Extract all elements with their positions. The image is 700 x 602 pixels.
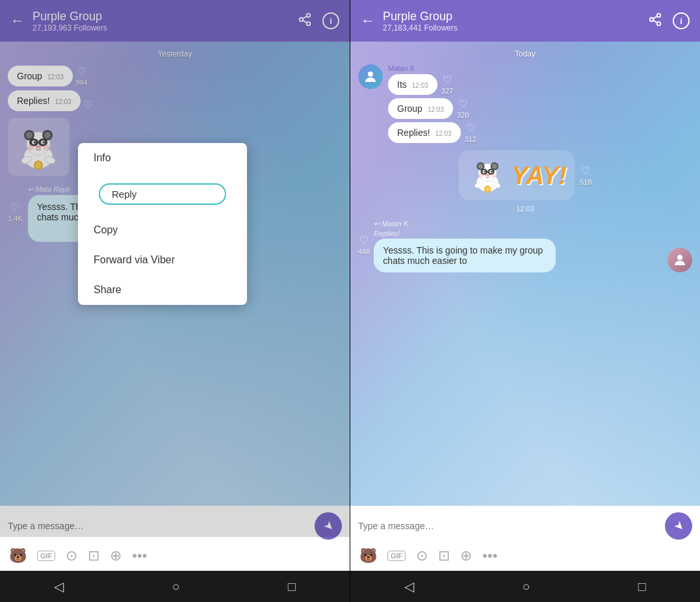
right-sender-name: Matan K [388,64,476,72]
svg-point-26 [657,21,661,25]
right-navbar: ◁ ○ □ [350,571,700,602]
right-like-4: 518 [580,178,591,186]
right-msg-its-likes: ♡ 327 [441,73,453,95]
right-sender-row: Matan K Its 12:03 ♡ 327 Group [358,64,692,143]
right-yay-sticker: YAY! [459,150,575,200]
right-mic-button[interactable]: ⊕ [460,547,472,564]
left-toolbar: 🐻 GIF ⊙ ⊡ ⊕ ••• [8,545,342,567]
right-heart-4[interactable]: ♡ [581,164,590,177]
left-camera-button[interactable]: ⊙ [66,547,77,564]
right-like-1: 327 [441,87,453,95]
right-camera-button[interactable]: ⊙ [416,547,428,564]
left-more-button[interactable]: ••• [132,547,147,564]
right-like-3: 312 [465,135,476,143]
right-msg-its-time: 12:03 [412,82,428,89]
right-followers-count: 27,183,441 Followers [383,23,640,33]
svg-point-43 [479,173,484,178]
right-msg-replies-time: 12:03 [435,130,452,137]
svg-point-49 [677,255,682,260]
svg-point-34 [478,164,483,169]
right-msg-replies-bubble: Replies! 12:03 [388,122,461,143]
context-info-item[interactable]: Info [78,143,247,173]
right-sticker-likes: ♡ 518 [580,164,591,186]
right-toolbar: 🐻 GIF ⊙ ⊡ ⊕ ••• [358,545,692,567]
right-msg-its-row: Its 12:03 ♡ 327 [388,73,476,95]
context-copy-item[interactable]: Copy [78,215,247,245]
right-info-icon[interactable]: i [673,12,690,29]
right-msg-replies-text: Replies! [397,127,430,138]
right-msg-group-bubble: Group 12:03 [388,98,453,119]
right-heart-2[interactable]: ♡ [458,98,467,110]
right-nav-home[interactable]: ○ [522,579,530,594]
left-nav-home[interactable]: ○ [172,579,179,594]
right-input-area: ➤ 🐻 GIF ⊙ ⊡ ⊕ ••• [350,506,700,571]
right-header-icons: i [648,12,690,30]
context-reply-item[interactable]: Reply [99,183,226,205]
svg-point-48 [485,187,490,192]
right-heart-3[interactable]: ♡ [466,122,475,134]
svg-point-24 [657,13,661,17]
svg-line-27 [653,20,657,23]
left-context-menu: Info Reply Copy Forward via Viber Share [78,143,247,305]
left-emoji-button[interactable]: 🐻 [9,547,27,564]
right-more-button[interactable]: ••• [482,547,497,564]
right-msg-replies-likes: ♡ 312 [465,122,476,143]
right-header: ← Purple Group 27,183,441 Followers i [350,0,700,42]
right-msg-group-time: 12:03 [428,106,444,113]
left-navbar: ◁ ○ □ [0,571,350,602]
right-input-row: ➤ [358,512,692,540]
right-heart-1[interactable]: ♡ [443,73,452,86]
right-yay-text: YAY! [512,163,567,188]
context-share-item[interactable]: Share [78,275,247,305]
right-send-button[interactable]: ➤ [665,512,692,540]
left-gif-button[interactable]: GIF [37,551,55,561]
right-nav-recent[interactable]: □ [638,579,646,594]
left-gallery-button[interactable]: ⊡ [88,547,99,564]
context-forward-item[interactable]: Forward via Viber [78,245,247,275]
svg-line-28 [653,16,657,18]
right-msg-group-likes: ♡ 320 [457,98,469,119]
right-chat-area: Today Matan K Its 12:03 [350,42,700,506]
right-group-name: Purple Group [383,10,640,23]
left-nav-back[interactable]: ◁ [54,579,64,594]
context-reply-wrapper: Reply [78,173,247,215]
right-nav-back[interactable]: ◁ [404,579,414,594]
right-heart-5[interactable]: ♡ [359,234,369,246]
right-like-2: 320 [457,111,469,119]
left-nav-recent[interactable]: □ [288,579,296,594]
right-long-message-bubble: Yessss. This is going to make my group c… [374,239,556,272]
right-user-avatar [668,248,692,272]
right-long-text: Yessss. This is going to make my group c… [383,245,543,266]
right-msg-its-text: Its [397,79,407,90]
right-long-message-content: ↩ Matan K Replies! Yessss. This is going… [374,220,662,272]
right-gallery-button[interactable]: ⊡ [438,547,450,564]
left-mic-button[interactable]: ⊕ [110,547,122,564]
right-sender-messages: Matan K Its 12:03 ♡ 327 Group [388,64,476,143]
right-sender-avatar [358,64,383,89]
right-reply-section: ♡ 448 ↩ Matan K Replies! Yessss. This is… [358,220,692,272]
right-header-title-block: Purple Group 27,183,441 Followers [383,10,640,33]
svg-point-29 [368,72,373,77]
right-long-msg-inner: ↩ Matan K Replies! Yessss. This is going… [374,220,692,272]
right-send-icon: ➤ [671,517,688,534]
right-long-message-block: ↩ Matan K Replies! Yessss. This is going… [374,220,692,272]
svg-point-25 [650,18,654,21]
svg-point-35 [492,164,497,169]
svg-point-40 [484,171,485,172]
right-panda-svg [467,154,509,196]
right-share-icon[interactable] [648,12,662,30]
right-date-label: Today [358,49,692,59]
right-msg-its-bubble: Its 12:03 [388,74,437,95]
svg-point-44 [491,173,496,178]
right-back-button[interactable]: ← [361,12,375,29]
right-message-input[interactable] [358,521,660,531]
right-reply-text: Replies! [374,229,662,237]
right-msg-group-text: Group [397,103,422,114]
svg-point-41 [491,171,492,172]
right-emoji-button[interactable]: 🐻 [359,547,377,564]
right-sticker-time: 12:03 [358,205,692,213]
right-gif-button[interactable]: GIF [387,551,406,561]
right-like-5: 448 [358,248,370,255]
left-panel: ← Purple Group 27,193,963 Followers i Ye… [0,0,350,602]
right-msg-replies-row: Replies! 12:03 ♡ 312 [388,122,476,143]
